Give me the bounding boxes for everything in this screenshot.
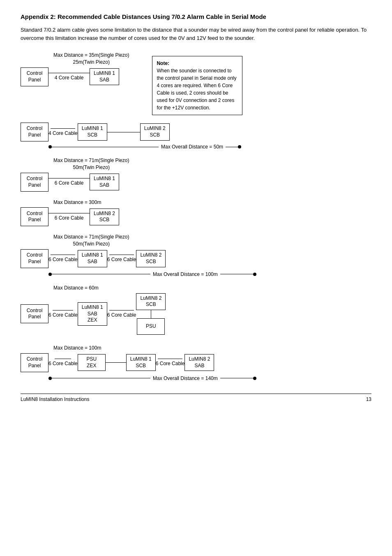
note-text: When the sounder is connected to the con… <box>157 68 236 111</box>
footer-page: 13 <box>366 396 371 402</box>
d6-cable2-label: 6 Core Cable <box>107 312 136 318</box>
d5-control-panel: ControlPanel <box>21 249 48 268</box>
d7-device1: LuMIN8 1SCB <box>126 354 156 371</box>
d4-device1: LuMIN8 2SCB <box>90 208 119 225</box>
intro-text: Standard 7/0.2 alarm cable gives some li… <box>21 26 371 42</box>
d6-above-text: Max Distance = 60m <box>53 285 99 292</box>
d7-cable2-label: 6 Core Cable <box>156 361 185 366</box>
d2-device2: LuMIN8 2SCB <box>140 123 170 140</box>
d7-cable-label: 6 Core Cable <box>48 361 78 366</box>
d5-cable2-label: 6 Core Cable <box>107 257 136 262</box>
d1-device1: LuMIN8 1SAB <box>90 68 119 85</box>
note-title: Note: <box>157 60 169 66</box>
diagrams-container: Max Distance = 35m(Single Piezo)25m(Twin… <box>21 52 371 381</box>
d7-distance-row: Max Overall Distance = 140m <box>48 375 371 381</box>
footer-text: LuMIN8 Installation Instructions <box>21 396 89 402</box>
d4-control-panel: ControlPanel <box>21 207 48 226</box>
d2-distance-row: Max Overall Distance = 50m <box>48 144 371 150</box>
diagram-1: Max Distance = 35m(Single Piezo)25m(Twin… <box>21 52 371 115</box>
d4-above-text: Max Distance = 300m <box>53 199 101 206</box>
d3-device1: LuMIN8 1SAB <box>90 174 119 190</box>
d5-distance-row: Max Overall Distance = 100m <box>48 271 371 277</box>
footer: LuMIN8 Installation Instructions 13 <box>21 394 371 402</box>
d5-device1: LuMIN8 1SAB <box>78 250 107 267</box>
d2-distance-label: Max Overall Distance = 50m <box>161 144 223 150</box>
note-box: Note: When the sounder is connected to t… <box>152 56 242 115</box>
d5-device2: LuMIN8 2SCB <box>136 250 166 267</box>
d1-cable-label: 4 Core Cable <box>55 75 84 81</box>
d3-control-panel: ControlPanel <box>21 173 48 192</box>
d6-control-panel: ControlPanel <box>21 304 48 323</box>
d7-control-panel: ControlPanel <box>21 353 48 372</box>
d3-above-text: Max Distance = 71m(Single Piezo)50m(Twin… <box>53 157 129 171</box>
d5-cable-label: 6 Core Cable <box>48 257 78 262</box>
diagram-2: ControlPanel 4 Core Cable LuMIN8 1SCB Lu… <box>21 123 371 150</box>
diagram-6: Max Distance = 60m ControlPanel 6 Core C… <box>21 285 371 335</box>
d4-cable-label: 6 Core Cable <box>55 215 84 221</box>
d7-device2: LuMIN8 2SAB <box>184 354 214 371</box>
d2-control-panel: ControlPanel <box>21 123 48 141</box>
d6-cable-label: 6 Core Cable <box>48 312 78 318</box>
d1-above-text: Max Distance = 35m(Single Piezo)25m(Twin… <box>53 52 129 66</box>
d5-distance-label: Max Overall Distance = 100m <box>153 271 218 277</box>
d7-psu: PSUZEX <box>78 354 106 371</box>
d6-device1: LuMIN8 1SABZEX <box>78 302 107 326</box>
page-title: Appendix 2: Recommended Cable Distances … <box>21 12 371 21</box>
d1-control-panel: ControlPanel <box>21 67 48 86</box>
d7-distance-label: Max Overall Distance = 140m <box>153 375 218 381</box>
d6-device2: LuMIN8 2SCB <box>136 293 166 310</box>
d3-cable-label: 6 Core Cable <box>55 180 84 186</box>
d6-psu: PSU <box>137 318 165 335</box>
diagram-4: Max Distance = 300m ControlPanel 6 Core … <box>21 199 371 227</box>
diagram-3: Max Distance = 71m(Single Piezo)50m(Twin… <box>21 157 371 192</box>
d2-device1: LuMIN8 1SCB <box>78 123 107 140</box>
diagram-5: Max Distance = 71m(Single Piezo)50m(Twin… <box>21 234 371 277</box>
diagram-7: Max Distance = 100m ControlPanel 6 Core … <box>21 345 371 381</box>
d7-above-text: Max Distance = 100m <box>53 345 101 352</box>
d5-above-text: Max Distance = 71m(Single Piezo)50m(Twin… <box>53 234 129 248</box>
d2-cable-label: 4 Core Cable <box>48 130 78 136</box>
